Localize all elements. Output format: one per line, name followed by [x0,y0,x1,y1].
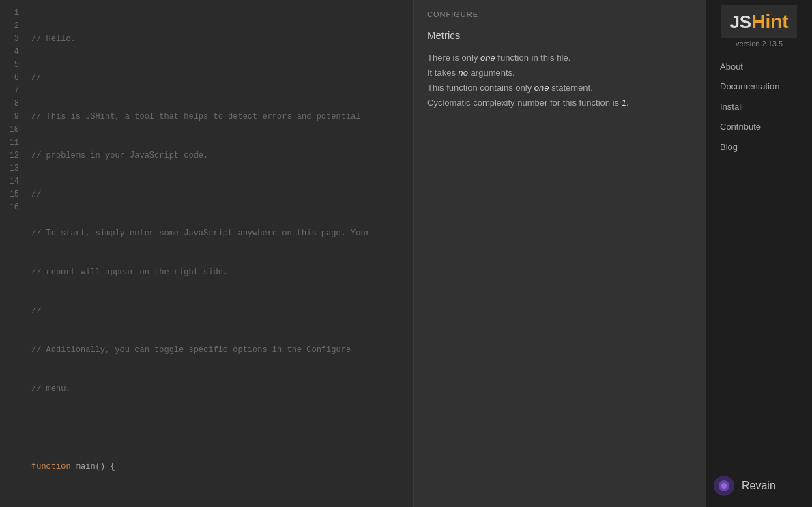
sidebar-item-about[interactable]: About [720,59,812,74]
metric-line-3: This function contains only one statemen… [427,81,693,96]
code-line-8: // [31,305,406,318]
editor-area[interactable]: 1 2 3 4 5 6 7 8 9 10 11 12 13 14 15 16 /… [0,0,413,507]
code-line-12: function main() { [31,461,406,474]
code-line-13: return 'Hello, World!'; [31,499,406,500]
logo-js-text: JS [729,12,751,33]
sidebar-item-blog[interactable]: Blog [720,139,812,155]
code-line-5: // [31,188,406,201]
sidebar-item-documentation[interactable]: Documentation [720,78,812,94]
metric-line-2: It takes no arguments. [427,66,693,81]
metric-line-1: There is only one function in this file. [427,50,693,66]
line-numbers: 1 2 3 4 5 6 7 8 9 10 11 12 13 14 15 16 [0,7,25,500]
code-line-4: // problems in your JavaScript code. [31,149,406,162]
revain-icon [713,475,735,497]
code-line-11 [31,422,406,435]
code-line-2: // [31,72,406,85]
logo-hint-text: Hint [751,11,788,33]
svg-point-2 [721,483,727,489]
code-line-6: // To start, simply enter some JavaScrip… [31,227,406,240]
configure-label: CONFIGURE [427,10,693,18]
revain-container: Revain [706,465,812,507]
code-line-7: // report will appear on the right side. [31,266,406,279]
metrics-title: Metrics [427,29,693,41]
revain-text: Revain [742,480,776,492]
code-line-3: // This is JSHint, a tool that helps to … [31,111,406,124]
jshint-logo: JSHint [721,5,796,38]
version-text: version 2.13.5 [736,40,783,48]
metric-line-4: Cyclomatic complexity number for this fu… [427,96,693,111]
code-line-10: // menu. [31,383,406,396]
sidebar-item-contribute[interactable]: Contribute [720,119,812,134]
results-panel: CONFIGURE Metrics There is only one func… [413,0,706,507]
code-line-1: // Hello. [31,33,406,46]
sidebar-item-install[interactable]: Install [720,99,812,115]
logo-container: JSHint version 2.13.5 [706,0,812,55]
code-editor[interactable]: // Hello. // // This is JSHint, a tool t… [25,7,413,500]
sidebar-nav: About Documentation Install Contribute B… [706,59,812,155]
code-line-9: // Additionally, you can toggle specific… [31,344,406,357]
sidebar: JSHint version 2.13.5 About Documentatio… [706,0,812,507]
metrics-text: There is only one function in this file.… [427,50,693,111]
